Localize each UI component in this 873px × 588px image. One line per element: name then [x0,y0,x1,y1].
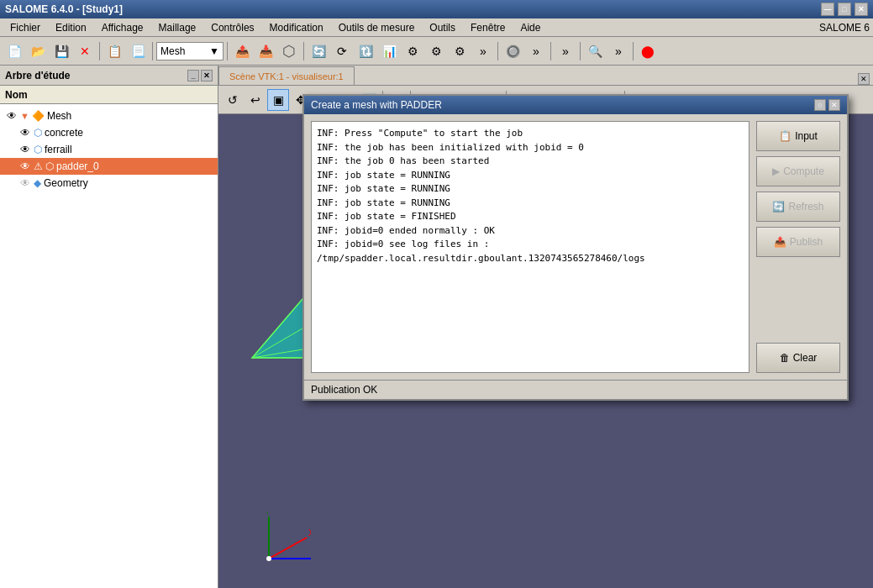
ferraill-icon: ⬡ [34,144,42,155]
svg-text:X: X [308,528,311,538]
separator-4 [303,42,304,60]
tree-item-ferraill[interactable]: 👁 ⬡ ferraill [0,141,218,158]
toolbar-more-3[interactable]: » [555,40,576,62]
toolbar-btn-k[interactable]: 🔘 [502,40,523,62]
tree-item-mesh[interactable]: 👁 ▼ 🔶 Mesh [0,108,218,124]
sidebar-header: Arbre d'étude _ ✕ [0,66,218,86]
mesh-type-icon: 🔶 [32,110,45,122]
titlebar: SALOME 6.4.0 - [Study1] — □ ✕ [0,0,873,18]
paste-button[interactable]: 📃 [127,40,149,62]
visibility-padder[interactable]: 👁 [17,160,34,172]
refresh-icon: 🔄 [772,201,785,213]
tree-column-header: Nom [0,86,218,104]
toolbar-btn-f[interactable]: 🔃 [355,40,376,62]
padder-minimize-btn[interactable]: ○ [814,99,826,111]
log-line-2: INF: the job 0 has been started [317,155,744,169]
visibility-ferraill[interactable]: 👁 [17,144,34,155]
toolbar-btn-m[interactable]: ⬤ [637,40,659,62]
vtk-tab[interactable]: Scène VTK:1 - visualiseur:1 [218,66,355,85]
sidebar-header-controls: _ ✕ [187,70,213,81]
menu-aide[interactable]: Aide [513,20,547,35]
scene-btn-undo[interactable]: ↩ [245,89,266,111]
sidebar-close-btn[interactable]: ✕ [201,70,213,81]
minimize-button[interactable]: — [821,3,834,16]
publish-button[interactable]: 📤 Publish [756,227,840,257]
axes-indicator: X Y Z [260,512,311,563]
menu-fichier[interactable]: Fichier [3,20,47,35]
scene-content: ↺ ↩ ▣ ✥ 🔍 ✋ 🔄 ⬜ ↩ ↪ ⊕ 📷 ◼ ◻ 👁 ≡ » [218,86,873,588]
compute-icon: ▶ [772,165,780,177]
log-line-9: /tmp/spadder.local.resultdir.gboulant.13… [317,252,744,266]
menu-fenetre[interactable]: Fenêtre [464,20,512,35]
svg-point-18 [266,556,271,561]
buttons-spacer [756,262,840,338]
tree-label-mesh: Mesh [47,110,71,122]
log-line-8: INF: jobid=0 see log files in : [317,238,744,252]
delete-button[interactable]: ✕ [74,40,96,62]
maximize-button[interactable]: □ [838,3,851,16]
menu-affichage[interactable]: Affichage [95,20,150,35]
tree-item-padder[interactable]: 👁 ⚠ ⬡ padder_0 [0,158,218,175]
publish-icon: 📤 [774,236,786,248]
toolbar-btn-j[interactable]: ⚙ [449,40,471,62]
publication-status: Publication OK [311,384,377,396]
visibility-geometry[interactable]: 👁 [17,177,34,189]
refresh-button[interactable]: 🔄 Refresh [756,192,840,222]
menu-maillage[interactable]: Maillage [152,20,203,35]
separator-7 [580,42,581,60]
toolbar-btn-g[interactable]: 📊 [378,40,400,62]
content-area: Scène VTK:1 - visualiseur:1 ✕ ↺ ↩ ▣ ✥ 🔍 … [218,66,873,588]
vtk-tabbar: Scène VTK:1 - visualiseur:1 ✕ [218,66,873,86]
input-button[interactable]: 📋 Input [756,121,840,151]
toolbar-btn-a[interactable]: 📤 [231,40,253,62]
app-title: SALOME 6.4.0 - [Study1] [5,3,123,15]
tree-item-geometry[interactable]: 👁 ◆ Geometry [0,175,218,192]
input-button-label: Input [795,130,818,142]
toolbar-btn-d[interactable]: 🔄 [308,40,329,62]
padder-dialog-titlebar: Create a mesh with PADDER ○ ✕ [304,96,847,114]
toolbar-btn-b[interactable]: 📥 [255,40,276,62]
clear-button[interactable]: 🗑 Clear [756,343,840,373]
menu-edition[interactable]: Edition [49,20,93,35]
close-button[interactable]: ✕ [855,3,868,16]
scene-btn-reset[interactable]: ↺ [222,89,244,111]
compute-button[interactable]: ▶ Compute [756,156,840,186]
save-button[interactable]: 💾 [50,40,72,62]
toolbar-btn-l[interactable]: 🔍 [584,40,606,62]
padder-icon: ⬡ [45,160,54,172]
tree-column-name: Nom [5,89,28,101]
toolbar-more-1[interactable]: » [472,40,494,62]
sidebar: Arbre d'étude _ ✕ Nom 👁 ▼ 🔶 Mesh 👁 ⬡ con… [0,66,218,588]
new-button[interactable]: 📄 [3,40,25,62]
visibility-mesh[interactable]: 👁 [3,110,20,122]
sidebar-minimize-btn[interactable]: _ [187,70,199,81]
padder-close-btn[interactable]: ✕ [828,99,840,111]
svg-line-12 [269,538,307,559]
mesh-dropdown[interactable]: Mesh ▼ [156,42,224,60]
toolbar-more-4[interactable]: » [607,40,629,62]
compute-button-label: Compute [783,165,824,177]
toolbar-btn-e[interactable]: ⟳ [331,40,353,62]
input-icon: 📋 [779,130,791,142]
menu-controles[interactable]: Contrôles [204,20,260,35]
menu-outils-mesure[interactable]: Outils de mesure [332,20,422,35]
visibility-concrete[interactable]: 👁 [17,127,34,139]
scene-close-btn[interactable]: ✕ [858,73,870,85]
chevron-down-icon: ▼ [209,45,219,57]
tree-item-concrete[interactable]: 👁 ⬡ concrete [0,124,218,141]
tree-label-padder: padder_0 [56,160,99,172]
tree-label-ferraill: ferraill [45,144,72,155]
toolbar-btn-c[interactable]: ⬡ [278,40,300,62]
toolbar-btn-h[interactable]: ⚙ [402,40,423,62]
scene-btn-select[interactable]: ▣ [267,89,289,111]
toolbar-btn-i[interactable]: ⚙ [425,40,447,62]
logo: SALOME 6 [819,22,870,34]
menu-modification[interactable]: Modification [263,20,330,35]
open-button[interactable]: 📂 [27,40,49,62]
menubar: Fichier Edition Affichage Maillage Contr… [0,18,873,37]
log-line-4: INF: job state = RUNNING [317,182,744,197]
separator-2 [152,42,153,60]
toolbar-more-2[interactable]: » [525,40,547,62]
copy-button[interactable]: 📋 [103,40,125,62]
menu-outils[interactable]: Outils [423,20,462,35]
